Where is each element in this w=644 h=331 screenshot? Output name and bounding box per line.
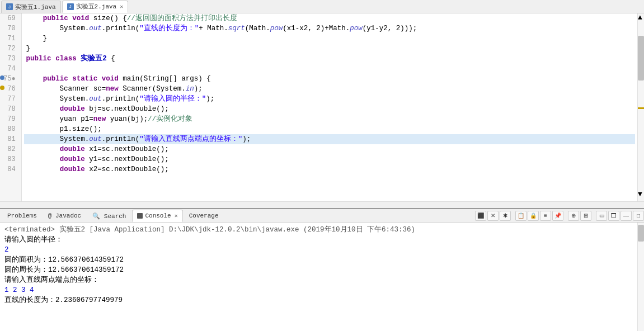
panel-tab-javadoc[interactable]: @ Javadoc [43,210,86,222]
editor-hscroll[interactable] [0,201,644,208]
tab-label-2: 实验五2.java [76,2,117,11]
console-output-line-7: 直线的长度为：2.23606797749979 [4,295,633,305]
panel-toolbar-right: ⬛ ✕ ✱ 📋 🔒 ≡ 📌 ⊕ ⊞ ▭ 🗖 — □ [475,211,644,221]
panel-tab-search[interactable]: 🔍 Search [87,210,131,222]
tab-label-1: 实验五1.java [15,3,56,11]
scrollbar-top: ▲ [638,13,644,25]
code-line-78: double bj=sc.nextDouble(); [24,104,635,114]
code-line-84: double x2=sc.nextDouble(); [24,164,635,174]
line-num-69: 69 [3,13,18,23]
code-line-69: public void size() {//返回圆的面积方法并打印出长度 [24,13,635,23]
collapse-button[interactable]: ▭ [596,211,607,221]
line-num-77: 77 [3,94,18,104]
java-file-icon-1: J [6,3,13,10]
toolbar-sep-2 [565,211,567,221]
line-num-70: 70 [3,23,18,34]
code-content[interactable]: public void size() {//返回圆的面积方法并打印出长度 Sys… [22,13,637,201]
tab-shiyanwuer[interactable]: J 实验五2.java ✕ [62,1,129,13]
line-num-74: 74 [3,64,18,74]
console-scrollbar-thumb[interactable] [638,225,644,242]
line-num-79: 79 [3,114,18,124]
editor-area: 69 70 71 72 73 74 75● 76 77 78 79 80 81 … [0,13,644,201]
line-num-81: 81 [3,134,18,144]
console-area: <terminated> 实验五2 [Java Application] D:\… [0,223,644,331]
copy-button[interactable]: 📋 [515,211,527,221]
line-num-80: 80 [3,124,18,134]
tab-close-button[interactable]: ✕ [120,3,123,10]
gutter-warning-marker [638,107,644,109]
code-line-75: public static void main(String[] args) { [24,74,635,84]
scroll-lock-button[interactable]: 🔒 [528,211,539,221]
code-line-71: } [24,34,635,44]
console-scrollbar[interactable] [637,223,644,331]
line-numbers: 69 70 71 72 73 74 75● 76 77 78 79 80 81 … [0,13,22,201]
console-output-line-1: 请输入圆的半径： [4,235,633,245]
line-num-78: 78 [3,104,18,114]
editor-tab-bar: J 实验五1.java J 实验五2.java ✕ [0,0,644,13]
console-output-line-4: 圆的周长为：12.566370614359172 [4,265,633,275]
line-num-71: 71 [3,34,18,44]
scrollbar-track[interactable] [638,25,644,190]
panel-tab-console-label: Console [145,212,171,219]
code-line-72: } [24,44,635,54]
console-output-line-6: 1 2 3 4 [4,285,633,295]
line-num-72: 72 [3,44,18,54]
editor-scrollbar[interactable]: ▲ ▼ [637,13,644,201]
panel-tab-coverage-label: Coverage [189,212,219,219]
minimize-button[interactable]: — [621,211,632,221]
stop-button[interactable]: ⬛ [475,211,486,221]
bottom-panel: Problems @ Javadoc 🔍 Search Console ✕ Co… [0,208,644,331]
code-view: 69 70 71 72 73 74 75● 76 77 78 79 80 81 … [0,13,644,201]
line-num-82: 82 [3,144,18,154]
clear-button[interactable]: ✱ [500,211,511,221]
code-line-82: double x1=sc.nextDouble(); [24,144,635,154]
code-line-80: p1.size(); [24,124,635,134]
console-output-line-5: 请输入直线两点端点的坐标： [4,275,633,285]
panel-tab-problems-label: Problems [7,212,37,219]
console-output-line-2: 2 [4,245,633,255]
word-wrap-button[interactable]: ≡ [540,211,551,221]
maximize-button[interactable]: □ [633,211,644,221]
console-output-line-3: 圆的面积为：12.566370614359172 [4,255,633,265]
panel-tab-problems[interactable]: Problems [2,210,42,222]
code-line-74 [24,64,635,74]
expand-button[interactable]: 🗖 [608,211,619,221]
line-num-73: 73 [3,54,18,64]
code-line-79: yuan p1=new yuan(bj);//实例化对象 [24,114,635,124]
console-tab-close[interactable]: ✕ [175,212,178,219]
panel-tab-javadoc-label: @ Javadoc [48,212,81,219]
toolbar-sep-1 [512,211,514,221]
line-num-75: 75● [3,74,18,84]
display-selected-button[interactable]: ⊕ [568,211,579,221]
panel-tab-coverage[interactable]: Coverage [184,210,224,222]
code-line-77: System.out.println("请输入圆的半径："); [24,94,635,104]
console-terminated-line: <terminated> 实验五2 [Java Application] D:\… [4,225,633,235]
display-all-button[interactable]: ⊞ [580,211,591,221]
remove-button[interactable]: ✕ [487,211,499,221]
panel-tab-bar: Problems @ Javadoc 🔍 Search Console ✕ Co… [0,209,644,223]
line-num-84: 84 [3,164,18,174]
panel-tab-console[interactable]: Console ✕ [132,210,182,222]
scrollbar-bottom: ▼ [638,190,644,201]
panel-tab-search-label: 🔍 Search [92,212,126,220]
java-file-icon-2: J [67,3,74,10]
code-line-81: System.out.println("请输入直线两点端点的坐标："); [24,134,635,144]
code-line-83: double y1=sc.nextDouble(); [24,154,635,164]
code-line-70: System.out.println("直线的长度为："+ Math.sqrt(… [24,23,635,34]
pin-button[interactable]: 📌 [552,211,563,221]
toolbar-sep-3 [593,211,595,221]
line-num-83: 83 [3,154,18,164]
console-output[interactable]: <terminated> 实验五2 [Java Application] D:\… [0,223,637,331]
scrollbar-thumb[interactable] [638,36,644,81]
code-line-73: public class 实验五2 { [24,54,635,64]
console-icon [137,213,143,219]
code-line-76: Scanner sc=new Scanner(System.in); [24,84,635,94]
line-num-76: 76 [3,84,18,94]
tab-shiyanuyi[interactable]: J 实验五1.java [1,1,61,13]
